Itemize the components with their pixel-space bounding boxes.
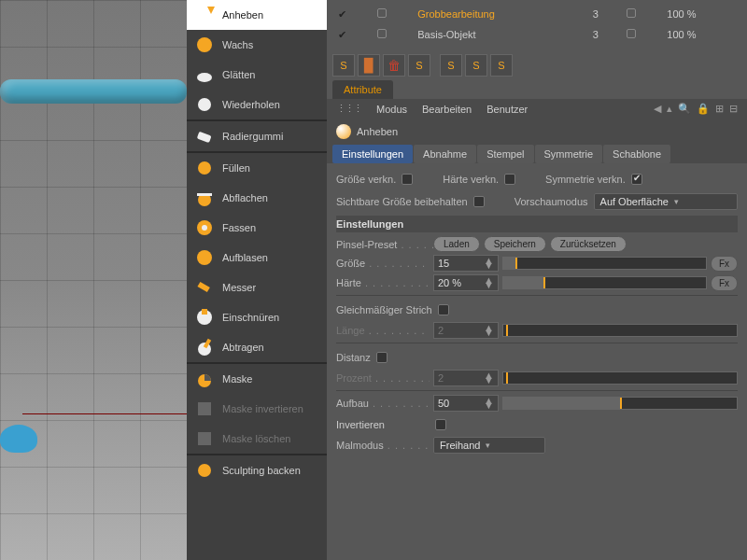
- sculpt-tool-list: Anheben Wachs Glätten Wiederholen Radier…: [187, 0, 327, 560]
- checkbox[interactable]: [627, 8, 636, 18]
- menu-handle[interactable]: ⋮⋮⋮: [336, 103, 361, 115]
- layer-name[interactable]: Grobbearbeitung: [412, 4, 587, 24]
- table-row[interactable]: ✔ Basis-Objekt 3 100 %: [332, 24, 741, 45]
- svg-point-10: [202, 225, 207, 231]
- tool-radiergummi[interactable]: Radiergummi: [187, 121, 327, 151]
- menu-benutzer[interactable]: Benutzer: [486, 104, 528, 115]
- checkbox-gleichmaessiger-strich[interactable]: [438, 304, 449, 315]
- checkbox-invertieren[interactable]: [435, 419, 446, 430]
- tab-attribute[interactable]: Attribute: [332, 80, 393, 99]
- nav-back-icon[interactable]: ◀: [654, 103, 661, 115]
- svg-point-6: [198, 161, 211, 175]
- svg-point-3: [197, 73, 212, 82]
- tool-maske-invertieren[interactable]: Maske invertieren: [187, 394, 327, 424]
- tool-abtragen[interactable]: Abtragen: [187, 332, 327, 362]
- menu-modus[interactable]: Modus: [376, 104, 407, 115]
- prozent-input: 2▲▼: [433, 370, 499, 386]
- checkbox[interactable]: [377, 29, 387, 38]
- label-distanz: Distanz: [336, 352, 371, 363]
- label-vorschaumodus: Vorschaumodus: [514, 196, 588, 207]
- tool-maske[interactable]: Maske: [187, 364, 327, 394]
- settings-tabs: Einstellungen Abnahme Stempel Symmetrie …: [327, 145, 747, 163]
- label-groesse-verkn: Größe verkn.: [336, 174, 396, 185]
- tool-einschnueren[interactable]: Einschnüren: [187, 302, 327, 332]
- layer-panel: ✔ Grobbearbeitung 3 100 % ✔ Basis-Objekt…: [327, 0, 747, 50]
- layer-name[interactable]: Basis-Objekt: [412, 24, 587, 45]
- tool-wachs[interactable]: Wachs: [187, 30, 327, 60]
- fx-button[interactable]: Fx: [711, 275, 738, 291]
- svg-rect-14: [202, 309, 207, 315]
- subdiv-up-button[interactable]: S: [465, 54, 487, 77]
- svg-rect-12: [197, 282, 209, 292]
- tool-wiederholen[interactable]: Wiederholen: [187, 90, 327, 119]
- attribute-menubar: ⋮⋮⋮ Modus Bearbeiten Benutzer ◀ ▴ 🔍 🔒 ⊞ …: [327, 99, 747, 119]
- mesh-object: [0, 425, 37, 453]
- tool-sculpting-backen[interactable]: Sculpting backen: [187, 455, 327, 485]
- tool-fuellen[interactable]: Füllen: [187, 153, 327, 183]
- fx-button[interactable]: Fx: [711, 256, 738, 272]
- aufbau-slider[interactable]: [502, 397, 738, 410]
- tool-messer[interactable]: Messer: [187, 273, 327, 302]
- viewport-3d[interactable]: [0, 0, 187, 560]
- axis-line: [22, 413, 187, 414]
- svg-point-4: [198, 98, 211, 111]
- checkbox-sichtbare-groesse[interactable]: [473, 196, 485, 207]
- nav-up-icon[interactable]: ▴: [667, 103, 672, 115]
- more-icon[interactable]: ⊟: [729, 103, 738, 115]
- groesse-slider[interactable]: [502, 257, 707, 270]
- dropdown-vorschaumodus[interactable]: Auf Oberfläche: [594, 193, 738, 210]
- svg-marker-1: [207, 7, 215, 14]
- visibility-toggle[interactable]: ✔: [332, 4, 372, 24]
- speichern-button[interactable]: Speichern: [484, 236, 546, 252]
- label-sichtbare-groesse: Sichtbare Größe beibehalten: [336, 196, 468, 207]
- mesh-object: [0, 79, 187, 104]
- tab-symmetrie[interactable]: Symmetrie: [535, 145, 603, 163]
- tool-abflachen[interactable]: Abflachen: [187, 183, 327, 213]
- delete-layer-button[interactable]: S: [408, 54, 430, 77]
- expand-button[interactable]: S: [490, 54, 513, 77]
- add-layer-button[interactable]: S: [332, 54, 355, 77]
- svg-point-0: [196, 10, 209, 23]
- laenge-slider: [502, 324, 738, 337]
- dropdown-malmodus[interactable]: Freihand: [433, 437, 545, 454]
- tool-glaetten[interactable]: Glätten: [187, 60, 327, 90]
- tool-anheben[interactable]: Anheben: [187, 0, 327, 30]
- checkbox-symmetrie-verkn[interactable]: [631, 174, 642, 185]
- folder-button[interactable]: ▉: [358, 54, 380, 77]
- checkbox-haerte-verkn[interactable]: [504, 174, 515, 185]
- tool-icon: [336, 124, 351, 139]
- svg-rect-5: [197, 132, 212, 143]
- tool-maske-loeschen[interactable]: Maske löschen: [187, 424, 327, 454]
- label-gleichmaessiger-strich: Gleichmäßiger Strich: [336, 304, 432, 315]
- lock-icon[interactable]: 🔒: [697, 103, 710, 115]
- table-row[interactable]: ✔ Grobbearbeitung 3 100 %: [332, 4, 741, 24]
- aufbau-input[interactable]: 50▲▼: [433, 395, 499, 412]
- visibility-toggle[interactable]: ✔: [332, 24, 372, 45]
- checkbox-distanz[interactable]: [376, 352, 388, 363]
- checkbox[interactable]: [627, 29, 636, 38]
- tab-abnahme[interactable]: Abnahme: [414, 145, 476, 163]
- laenge-input: 2▲▼: [433, 322, 499, 339]
- layer-toolbar: S ▉ 🗑 S S S S: [327, 50, 747, 80]
- search-icon[interactable]: 🔍: [678, 103, 691, 115]
- laden-button[interactable]: Laden: [433, 236, 480, 252]
- checkbox[interactable]: [377, 8, 387, 18]
- haerte-input[interactable]: 20 %▲▼: [433, 274, 499, 291]
- haerte-slider[interactable]: [502, 276, 707, 289]
- tab-schablone[interactable]: Schablone: [603, 145, 670, 163]
- tab-stempel[interactable]: Stempel: [477, 145, 533, 163]
- svg-rect-8: [197, 193, 212, 196]
- settings-icon[interactable]: ⊞: [715, 103, 724, 115]
- svg-rect-18: [198, 402, 211, 415]
- groesse-input[interactable]: 15▲▼: [433, 255, 499, 272]
- delete-button[interactable]: 🗑: [383, 54, 405, 77]
- tool-fassen[interactable]: Fassen: [187, 213, 327, 243]
- svg-point-2: [197, 37, 212, 52]
- subdiv-down-button[interactable]: S: [440, 54, 462, 77]
- tab-einstellungen[interactable]: Einstellungen: [332, 145, 413, 163]
- zuruecksetzen-button[interactable]: Zurücksetzen: [550, 236, 627, 252]
- label-haerte-verkn: Härte verkn.: [443, 174, 499, 185]
- tool-aufblasen[interactable]: Aufblasen: [187, 243, 327, 273]
- menu-bearbeiten[interactable]: Bearbeiten: [422, 104, 472, 115]
- checkbox-groesse-verkn[interactable]: [402, 174, 413, 185]
